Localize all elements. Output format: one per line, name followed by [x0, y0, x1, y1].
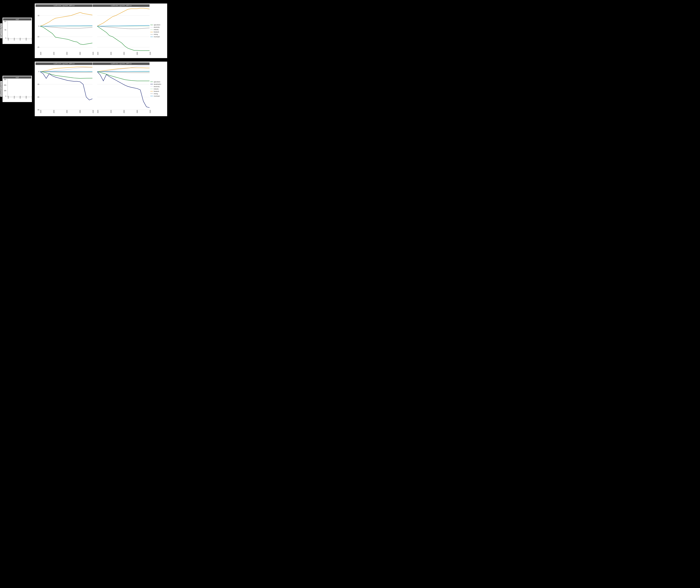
svg-panel-4: [97, 65, 150, 111]
row-watConsumBySec: watConsumBySec ssp5 100 -50 -0 - 2020204…: [0, 6, 168, 56]
bars-1: [8, 21, 31, 39]
yaxis-small-2: 300 -200 -100 -0 -: [3, 79, 8, 97]
legend-item-agriculture: agriculture: [150, 81, 166, 83]
panel-hotter-1: rcp85hotter_agyields_diffPrcnt 10 -0 --1…: [93, 4, 150, 57]
watConsumBySec-ssp5-bars: ssp5 100 -50 -0 - 20202040206020802100: [3, 18, 32, 44]
legend-item-livestock: livestock: [150, 91, 166, 92]
legend-item-municipal: municipal: [150, 95, 166, 97]
strip-hotter-1: rcp85hotter_agyields_diffPrcnt: [93, 4, 150, 7]
legend-row2: agriculturedesalinationelectricityindust…: [150, 62, 166, 115]
ylabel-row2: watWithdrawBySec: [0, 81, 2, 97]
watWithdrawBySec-diff-panels: rcp85cooler_agyields_diffPrcnt 0 --30 --…: [35, 62, 167, 116]
legend-item-desalination: desalination: [150, 83, 166, 85]
row-watWithdrawBySec: watWithdrawBySec ssp5 300 -200 -100 -0 -…: [0, 62, 168, 116]
svg-panel-3: [40, 65, 92, 111]
legend-item-industry: industry: [150, 88, 166, 90]
yaxis-small-1: 100 -50 -0 -: [3, 21, 8, 39]
watConsumBySec-diff-panels: rcp85cooler_agyields_diffPrcnt 10 -0 --1…: [35, 3, 167, 58]
panel-cooler-1: rcp85cooler_agyields_diffPrcnt 10 -0 --1…: [36, 4, 92, 57]
panel-hotter-2: rcp85hotter_agyields_diffPrcnt 0 --30 --…: [93, 62, 150, 115]
xaxis-panel-4: 20202040206020802100: [93, 111, 150, 115]
legend-item-electricity: electricity: [150, 86, 166, 87]
xaxis-small-2: 20202040206020802100: [3, 97, 31, 101]
legend-item-industry: industry: [150, 29, 166, 30]
xaxis-panel-2: 20202040206020802100: [93, 53, 150, 57]
strip-cooler-1: rcp85cooler_agyields_diffPrcnt: [36, 4, 92, 7]
strip-cooler-2: rcp85cooler_agyields_diffPrcnt: [36, 62, 92, 65]
legend-item-mining: mining: [150, 34, 166, 35]
bars-2: [8, 79, 31, 97]
legend-item-municipal: municipal: [150, 36, 166, 38]
xaxis-small-1: 20202040206020802100: [3, 39, 31, 43]
svg-panel-1: [40, 7, 92, 53]
xaxis-panel-1: 20202040206020802100: [36, 53, 92, 57]
legend-item-electricity: electricity: [150, 26, 166, 28]
panel-cooler-2: rcp85cooler_agyields_diffPrcnt 0 --30 --…: [36, 62, 92, 115]
figure-grid: watConsumBySec ssp5 100 -50 -0 - 2020204…: [0, 0, 168, 118]
strip-hotter-2: rcp85hotter_agyields_diffPrcnt: [93, 62, 150, 65]
yaxis-panel-1: 10 -0 --10 --20 -: [36, 7, 40, 53]
ylabel-row1: watConsumBySec: [0, 23, 2, 38]
svg-panel-2: [97, 7, 150, 53]
legend-item-agriculture: agriculture: [150, 24, 166, 26]
strip-ssp5: ssp5: [3, 18, 31, 20]
yaxis-panel-3: 0 --30 --60 --90 -: [36, 65, 40, 111]
strip-ssp5-2: ssp5: [3, 76, 31, 79]
watWithdrawBySec-ssp5-bars: ssp5 300 -200 -100 -0 - 2020204020602080…: [3, 76, 32, 102]
xaxis-panel-3: 20202040206020802100: [36, 111, 92, 115]
legend-item-livestock: livestock: [150, 31, 166, 33]
legend-item-mining: mining: [150, 93, 166, 95]
legend-row1: agricultureelectricityindustrylivestockm…: [150, 4, 166, 57]
